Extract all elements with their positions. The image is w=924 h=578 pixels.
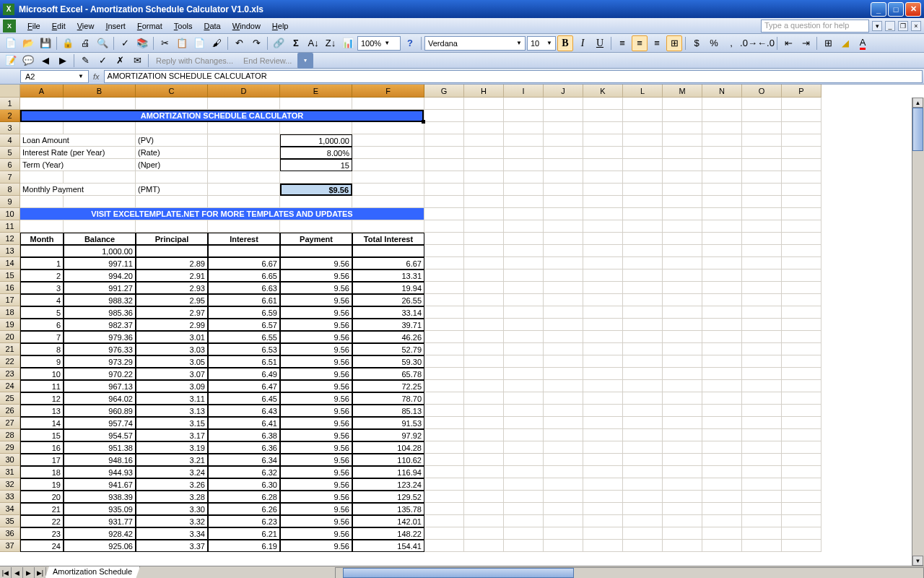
cell[interactable] bbox=[424, 122, 464, 134]
cell[interactable] bbox=[280, 122, 352, 134]
vertical-scrollbar[interactable]: ▲ ▼ bbox=[912, 98, 924, 566]
cell[interactable] bbox=[742, 355, 782, 368]
cell[interactable] bbox=[623, 527, 663, 540]
cell[interactable] bbox=[742, 159, 782, 171]
cell[interactable] bbox=[504, 466, 544, 478]
sheet-tab-amortization[interactable]: Amortization Schedule bbox=[45, 566, 140, 578]
cell[interactable] bbox=[702, 196, 742, 208]
cell[interactable] bbox=[424, 540, 464, 552]
cell[interactable] bbox=[504, 184, 544, 196]
cell[interactable] bbox=[504, 405, 544, 417]
cell[interactable] bbox=[742, 319, 782, 331]
cell[interactable] bbox=[782, 368, 821, 380]
row-header-21[interactable]: 21 bbox=[0, 343, 20, 355]
cell[interactable] bbox=[623, 110, 663, 122]
cell[interactable] bbox=[504, 478, 544, 491]
cell[interactable] bbox=[742, 110, 782, 122]
cell[interactable] bbox=[663, 429, 702, 441]
row-header-19[interactable]: 19 bbox=[0, 319, 20, 331]
row-header-2[interactable]: 2 bbox=[0, 110, 20, 122]
cell[interactable] bbox=[424, 478, 464, 491]
increase-decimal-button[interactable]: .0→ bbox=[741, 35, 757, 51]
row-header-1[interactable]: 1 bbox=[0, 98, 20, 110]
cell[interactable] bbox=[64, 171, 136, 184]
cell[interactable] bbox=[424, 220, 464, 233]
row-header-29[interactable]: 29 bbox=[0, 441, 20, 454]
cell[interactable] bbox=[742, 196, 782, 208]
cell[interactable] bbox=[782, 540, 821, 552]
cell[interactable] bbox=[280, 171, 352, 184]
cell[interactable] bbox=[504, 245, 544, 257]
cell[interactable] bbox=[544, 245, 583, 257]
cell[interactable] bbox=[782, 110, 821, 122]
cell[interactable] bbox=[782, 319, 821, 331]
cell[interactable] bbox=[544, 478, 583, 491]
cell[interactable] bbox=[782, 257, 821, 269]
cell[interactable] bbox=[782, 245, 821, 257]
cell[interactable] bbox=[504, 134, 544, 147]
cell[interactable] bbox=[544, 208, 583, 220]
cell[interactable] bbox=[742, 184, 782, 196]
cell[interactable] bbox=[544, 441, 583, 454]
cell[interactable] bbox=[663, 343, 702, 355]
cell[interactable] bbox=[464, 282, 504, 294]
cell[interactable] bbox=[464, 159, 504, 171]
row-header-18[interactable]: 18 bbox=[0, 306, 20, 319]
cell[interactable] bbox=[782, 355, 821, 368]
cell[interactable] bbox=[742, 343, 782, 355]
cell[interactable] bbox=[464, 257, 504, 269]
send-mail-button[interactable]: ✉ bbox=[129, 53, 145, 69]
cell[interactable] bbox=[424, 208, 464, 220]
row-header-5[interactable]: 5 bbox=[0, 147, 20, 159]
cell[interactable] bbox=[663, 355, 702, 368]
row-header-8[interactable]: 8 bbox=[0, 184, 20, 196]
cell[interactable] bbox=[663, 220, 702, 233]
col-header-E[interactable]: E bbox=[280, 85, 352, 98]
cell[interactable] bbox=[544, 184, 583, 196]
cell[interactable] bbox=[544, 257, 583, 269]
open-button[interactable]: 📂 bbox=[20, 35, 36, 51]
cell[interactable] bbox=[504, 220, 544, 233]
cell[interactable] bbox=[583, 331, 623, 343]
cell[interactable] bbox=[623, 159, 663, 171]
spelling-button[interactable]: ✓ bbox=[117, 35, 133, 51]
cell[interactable] bbox=[583, 368, 623, 380]
cell[interactable] bbox=[702, 417, 742, 429]
cell[interactable] bbox=[623, 441, 663, 454]
cell[interactable] bbox=[702, 527, 742, 540]
cell[interactable] bbox=[544, 171, 583, 184]
cell[interactable] bbox=[544, 392, 583, 405]
cell[interactable] bbox=[544, 220, 583, 233]
cell[interactable] bbox=[742, 429, 782, 441]
cell[interactable] bbox=[663, 392, 702, 405]
show-comments-button[interactable]: 💬 bbox=[20, 53, 36, 69]
cell[interactable] bbox=[742, 491, 782, 503]
cell[interactable] bbox=[742, 466, 782, 478]
cell[interactable] bbox=[663, 306, 702, 319]
accept-change-button[interactable]: ✓ bbox=[95, 53, 110, 69]
cell[interactable] bbox=[20, 196, 64, 208]
cell[interactable] bbox=[504, 110, 544, 122]
row-header-25[interactable]: 25 bbox=[0, 392, 20, 405]
cell[interactable] bbox=[583, 454, 623, 466]
cell[interactable] bbox=[504, 257, 544, 269]
cell[interactable] bbox=[702, 134, 742, 147]
cell[interactable] bbox=[424, 503, 464, 515]
row-header-17[interactable]: 17 bbox=[0, 294, 20, 306]
help-button[interactable]: ? bbox=[402, 35, 418, 51]
scroll-down-button[interactable]: ▼ bbox=[912, 556, 923, 566]
cell[interactable] bbox=[623, 503, 663, 515]
cell[interactable] bbox=[424, 355, 464, 368]
cell[interactable] bbox=[623, 220, 663, 233]
cell[interactable] bbox=[702, 405, 742, 417]
cell[interactable] bbox=[464, 98, 504, 110]
cell[interactable] bbox=[424, 319, 464, 331]
cell[interactable] bbox=[623, 233, 663, 245]
tab-next-button[interactable]: ▶ bbox=[23, 567, 35, 579]
new-button[interactable]: 📄 bbox=[3, 35, 19, 51]
cell[interactable] bbox=[544, 196, 583, 208]
cell[interactable] bbox=[544, 491, 583, 503]
cell[interactable] bbox=[544, 331, 583, 343]
cell[interactable] bbox=[464, 540, 504, 552]
cell[interactable] bbox=[663, 294, 702, 306]
